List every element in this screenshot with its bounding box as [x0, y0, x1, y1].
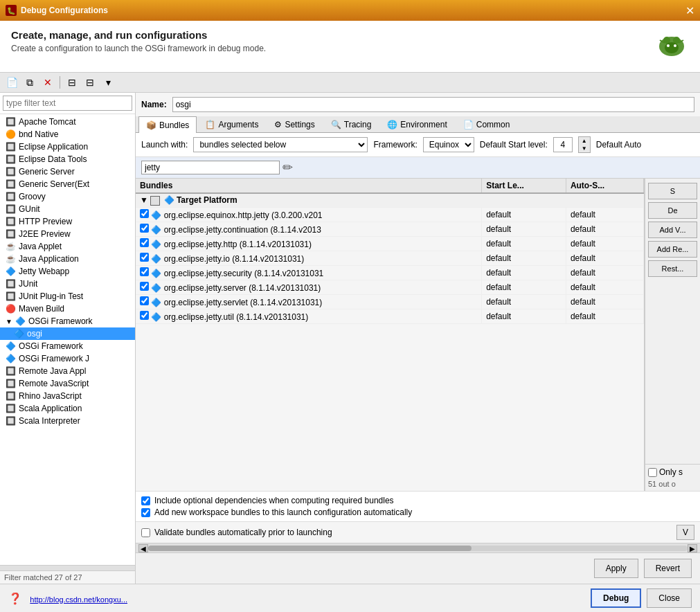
table-row[interactable]: 🔷 org.eclipse.jetty.security (8.1.14.v20…: [136, 265, 644, 280]
framework-select[interactable]: Equinox Felix: [423, 137, 474, 152]
duplicate-button[interactable]: ⧉: [22, 75, 37, 90]
table-row[interactable]: ▼ 🔷 Target Platform: [136, 193, 644, 207]
bundle-checkbox[interactable]: [140, 311, 149, 320]
tree-icon: 🔷: [15, 316, 26, 326]
bundles-table-container[interactable]: Bundles Start Le... Auto-S... ▼ 🔷 Targ: [136, 179, 645, 491]
scroll-track[interactable]: [148, 546, 688, 551]
window-close-button[interactable]: ✕: [685, 4, 694, 17]
scroll-left-button[interactable]: ◀: [138, 544, 148, 552]
sidebar-item-osgi-framework2[interactable]: 🔷 OSGi Framework: [0, 340, 135, 352]
left-scrollbar[interactable]: [0, 565, 135, 570]
sidebar-item-maven-build[interactable]: 🔴 Maven Build: [0, 303, 135, 315]
scroll-right-button[interactable]: ▶: [688, 544, 697, 552]
tracing-tab-icon: 🔍: [331, 120, 341, 129]
bundle-checkbox[interactable]: [140, 282, 149, 291]
delete-button[interactable]: ✕: [40, 75, 55, 90]
sidebar-item-bnd-native[interactable]: 🟠 bnd Native: [0, 128, 135, 141]
tab-environment[interactable]: 🌐 Environment: [379, 116, 454, 132]
sidebar-item-java-applet[interactable]: ☕ Java Applet: [0, 240, 135, 253]
add-workspace-button[interactable]: Add V...: [648, 222, 697, 238]
bundle-start-level: default: [482, 280, 566, 294]
start-level-input[interactable]: [553, 137, 573, 152]
table-row[interactable]: 🔷 org.eclipse.jetty.server (8.1.14.v2013…: [136, 280, 644, 294]
deselect-button[interactable]: De: [648, 202, 697, 219]
select-all-button[interactable]: S: [648, 183, 697, 199]
sidebar-item-jetty-webapp[interactable]: 🔷 Jetty Webapp: [0, 265, 135, 278]
final-bar-right: Debug Close: [591, 588, 692, 608]
filter-button[interactable]: ⊟: [64, 75, 80, 90]
search-input[interactable]: [3, 96, 132, 111]
sidebar-item-eclipse-data-tools[interactable]: 🔲 Eclipse Data Tools: [0, 153, 135, 165]
bundle-checkbox[interactable]: [140, 267, 149, 276]
table-row[interactable]: 🔷 org.eclipse.jetty.util (8.1.14.v201310…: [136, 309, 644, 323]
sidebar-item-j2ee-preview[interactable]: 🔲 J2EE Preview: [0, 228, 135, 240]
sidebar-item-apache-tomcat[interactable]: 🔲 Apache Tomcat: [0, 116, 135, 128]
bundles-filter-input[interactable]: [141, 161, 280, 174]
sidebar-item-osgi[interactable]: 🔷 osgi: [0, 327, 135, 340]
sidebar-item-scala-application[interactable]: 🔲 Scala Application: [0, 402, 135, 415]
bundle-checkbox[interactable]: [140, 224, 149, 233]
apply-button[interactable]: Apply: [594, 559, 638, 578]
table-row[interactable]: 🔷 org.eclipse.jetty.servlet (8.1.14.v201…: [136, 294, 644, 309]
filter-status: Filter matched 27 of 27: [0, 570, 135, 584]
header-logo: [654, 29, 689, 64]
tab-bundles[interactable]: 📦 Bundles: [138, 116, 197, 133]
svg-point-6: [667, 44, 670, 47]
debug-button[interactable]: Debug: [591, 588, 641, 608]
add-workspace-label[interactable]: Add new workspace bundles to this launch…: [141, 507, 694, 517]
add-required-button[interactable]: Add Re...: [648, 241, 697, 258]
start-level-up-button[interactable]: ▲: [579, 137, 590, 145]
expand-button[interactable]: ▾: [100, 75, 116, 90]
tab-arguments[interactable]: 📋 Arguments: [197, 116, 266, 132]
sidebar-item-gunit[interactable]: 🔲 GUnit: [0, 203, 135, 215]
new-configuration-button[interactable]: 📄: [4, 75, 19, 90]
sidebar-item-scala-interpreter[interactable]: 🔲 Scala Interpreter: [0, 415, 135, 427]
add-workspace-checkbox[interactable]: [141, 508, 150, 517]
help-icon[interactable]: ❓: [8, 593, 22, 604]
revert-button[interactable]: Revert: [644, 559, 692, 578]
bundle-checkbox[interactable]: [140, 296, 149, 305]
sidebar-item-generic-server[interactable]: 🔲 Generic Server: [0, 165, 135, 178]
sidebar-item-osgi-framework-j[interactable]: 🔷 OSGi Framework J: [0, 352, 135, 365]
sidebar-item-remote-java-appl[interactable]: 🔲 Remote Java Appl: [0, 365, 135, 377]
tab-tracing[interactable]: 🔍 Tracing: [323, 116, 379, 132]
close-button[interactable]: Close: [647, 588, 692, 608]
sidebar-item-groovy[interactable]: 🔲 Groovy: [0, 190, 135, 203]
bundles-edit-button[interactable]: ✏: [282, 160, 293, 175]
validate-button[interactable]: V: [676, 525, 694, 540]
validate-checkbox[interactable]: [141, 528, 150, 537]
sidebar-item-rhino-javascript[interactable]: 🔲 Rhino JavaScript: [0, 390, 135, 402]
table-row[interactable]: 🔷 org.eclipse.jetty.continuation (8.1.14…: [136, 222, 644, 236]
collapse-button[interactable]: ⊟: [82, 75, 98, 90]
bundle-checkbox[interactable]: [140, 253, 149, 262]
include-optional-label[interactable]: Include optional dependencies when compu…: [141, 496, 694, 505]
sidebar-item-generic-server-ext[interactable]: 🔲 Generic Server(Ext: [0, 178, 135, 190]
start-level-down-button[interactable]: ▼: [579, 145, 590, 152]
table-row[interactable]: 🔷 org.eclipse.equinox.http.jetty (3.0.20…: [136, 207, 644, 222]
launch-with-select[interactable]: bundles selected below all workspace and…: [193, 137, 368, 152]
sidebar-item-junit-plugin-test[interactable]: 🔲 JUnit Plug-in Test: [0, 290, 135, 303]
validate-label: Validate bundles automatically prior to …: [141, 528, 332, 537]
table-row[interactable]: 🔷 org.eclipse.jetty.io (8.1.14.v20131031…: [136, 251, 644, 265]
name-input[interactable]: [172, 97, 694, 112]
include-optional-checkbox[interactable]: [141, 496, 150, 505]
sidebar-item-http-preview[interactable]: 🔲 HTTP Preview: [0, 215, 135, 228]
tab-common[interactable]: 📄 Common: [456, 116, 518, 132]
scroll-thumb: [148, 546, 472, 551]
horizontal-scrollbar[interactable]: ◀ ▶: [136, 543, 700, 552]
only-selected-label[interactable]: Only s: [648, 467, 697, 477]
restore-button[interactable]: Rest...: [648, 260, 697, 277]
sidebar-item-junit[interactable]: 🔲 JUnit: [0, 278, 135, 290]
sidebar-item-eclipse-application[interactable]: 🔲 Eclipse Application: [0, 141, 135, 153]
bundle-checkbox[interactable]: [140, 209, 149, 218]
sidebar-item-java-application[interactable]: ☕ Java Application: [0, 253, 135, 265]
name-label: Name:: [141, 100, 167, 109]
only-selected-checkbox[interactable]: [648, 468, 657, 477]
sidebar-item-osgi-framework[interactable]: ▼ 🔷 OSGi Framework: [0, 315, 135, 327]
tab-settings[interactable]: ⚙ Settings: [267, 116, 322, 132]
bundle-start-level: default: [482, 309, 566, 323]
sidebar-item-remote-javascript[interactable]: 🔲 Remote JavaScript: [0, 377, 135, 390]
table-row[interactable]: 🔷 org.eclipse.jetty.http (8.1.14.v201310…: [136, 236, 644, 251]
bundle-checkbox[interactable]: [140, 238, 149, 247]
bundle-icon: 🔷: [151, 210, 161, 220]
